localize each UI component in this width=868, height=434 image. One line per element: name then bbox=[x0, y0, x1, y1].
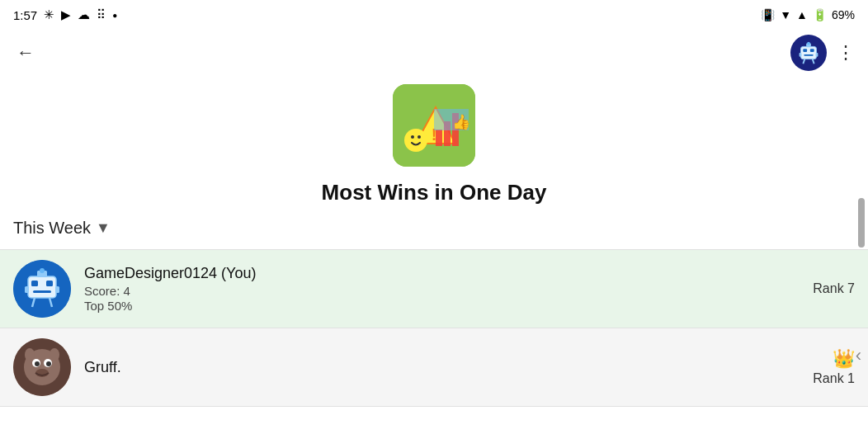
back-button[interactable]: ← bbox=[13, 39, 38, 67]
vibrate-icon: 📳 bbox=[761, 8, 775, 21]
status-time: 1:57 bbox=[13, 8, 37, 22]
svg-point-41 bbox=[50, 348, 59, 361]
dot-icon: ● bbox=[112, 11, 117, 20]
svg-point-14 bbox=[404, 129, 427, 152]
svg-point-30 bbox=[40, 268, 45, 273]
player-info-you: GameDesigner0124 (You) Score: 4 Top 50% bbox=[84, 265, 813, 313]
player-avatar-gruff bbox=[13, 338, 71, 396]
player-avatar-you bbox=[13, 260, 71, 318]
svg-point-38 bbox=[46, 361, 51, 366]
wifi-icon: ▼ bbox=[780, 8, 791, 21]
period-selector[interactable]: This Week ▼ bbox=[0, 219, 868, 238]
svg-point-15 bbox=[411, 135, 414, 139]
achievement-title: Most Wins in One Day bbox=[322, 180, 547, 205]
collapse-panel-button[interactable]: ‹ bbox=[849, 338, 868, 373]
rank-text-gruff: Rank 1 bbox=[813, 371, 855, 386]
svg-rect-2 bbox=[803, 49, 807, 52]
cloud-icon: ☁ bbox=[78, 7, 90, 22]
rank-section-you: Rank 7 bbox=[813, 281, 855, 296]
svg-point-16 bbox=[417, 135, 421, 139]
svg-rect-17 bbox=[436, 130, 442, 146]
svg-rect-6 bbox=[816, 53, 818, 57]
player-score-you: Score: 4 bbox=[84, 284, 813, 298]
svg-text:👍: 👍 bbox=[452, 113, 471, 131]
svg-rect-5 bbox=[800, 53, 802, 57]
toolbar: ← ⋮ bbox=[0, 30, 868, 76]
svg-rect-28 bbox=[55, 286, 59, 293]
brightness-icon: ✳ bbox=[44, 7, 54, 22]
leaderboard-row-you[interactable]: GameDesigner0124 (You) Score: 4 Top 50% … bbox=[0, 250, 868, 328]
avatar[interactable] bbox=[790, 35, 827, 71]
player-info-gruff: Gruff. bbox=[84, 359, 813, 376]
rank-text-you: Rank 7 bbox=[813, 281, 855, 296]
player-name-you: GameDesigner0124 (You) bbox=[84, 265, 813, 282]
svg-point-40 bbox=[25, 348, 35, 361]
achievement-icon: ! 👍 bbox=[393, 84, 475, 167]
svg-rect-4 bbox=[804, 54, 813, 56]
status-bar: 1:57 ✳ ▶ ☁ ⠿ ● 📳 ▼ ▲ 🔋 69% bbox=[0, 0, 868, 30]
svg-rect-26 bbox=[33, 290, 51, 293]
main-content: ! 👍 Most Wins in One Day This Week ▼ bbox=[0, 76, 868, 407]
player-percentile-you: Top 50% bbox=[84, 299, 813, 313]
svg-rect-23 bbox=[28, 276, 56, 298]
youtube-icon: ▶ bbox=[61, 7, 71, 22]
signal-icon: ▲ bbox=[796, 8, 808, 21]
svg-point-37 bbox=[35, 361, 40, 366]
svg-rect-1 bbox=[801, 46, 817, 59]
leaderboard-row-gruff[interactable]: Gruff. 👑 Rank 1 bbox=[0, 328, 868, 407]
chevron-down-icon: ▼ bbox=[96, 219, 111, 237]
scroll-indicator bbox=[858, 198, 865, 248]
svg-rect-25 bbox=[46, 281, 53, 286]
period-label: This Week bbox=[13, 219, 91, 238]
player-name-gruff: Gruff. bbox=[84, 359, 813, 376]
svg-point-8 bbox=[807, 42, 810, 45]
battery-percent: 69% bbox=[832, 8, 855, 21]
svg-rect-27 bbox=[25, 286, 29, 293]
svg-rect-24 bbox=[31, 281, 38, 286]
battery-icon: 🔋 bbox=[813, 8, 827, 21]
more-button[interactable]: ⋮ bbox=[837, 42, 855, 64]
leaderboard: GameDesigner0124 (You) Score: 4 Top 50% … bbox=[0, 250, 868, 407]
svg-rect-3 bbox=[810, 49, 814, 52]
dots-icon: ⠿ bbox=[97, 7, 106, 22]
